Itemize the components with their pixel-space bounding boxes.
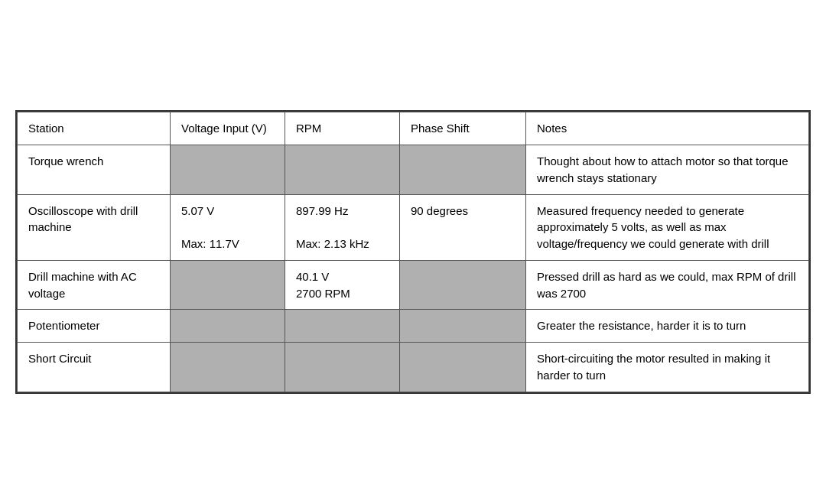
cell-voltage: 5.07 VMax: 11.7V (171, 194, 285, 260)
header-rpm: RPM (285, 112, 400, 145)
cell-phase (400, 310, 526, 343)
table-row: Drill machine with AC voltage40.1 V2700 … (18, 260, 809, 310)
cell-voltage (171, 260, 285, 310)
cell-phase (400, 145, 526, 195)
cell-rpm: 40.1 V2700 RPM (285, 260, 400, 310)
cell-rpm: 897.99 HzMax: 2.13 kHz (285, 194, 400, 260)
cell-station: Potentiometer (18, 310, 171, 343)
cell-phase: 90 degrees (400, 194, 526, 260)
cell-rpm (285, 145, 400, 195)
table-header-row: Station Voltage Input (V) RPM Phase Shif… (18, 112, 809, 145)
header-voltage: Voltage Input (V) (171, 112, 285, 145)
cell-phase (400, 343, 526, 392)
cell-voltage (171, 145, 285, 195)
cell-station: Torque wrench (18, 145, 171, 195)
cell-notes: Short-circuiting the motor resulted in m… (526, 343, 809, 392)
cell-notes: Greater the resistance, harder it is to … (526, 310, 809, 343)
cell-notes: Thought about how to attach motor so tha… (526, 145, 809, 195)
table-row: PotentiometerGreater the resistance, har… (18, 310, 809, 343)
table-row: Oscilloscope with drill machine5.07 VMax… (18, 194, 809, 260)
cell-station: Oscilloscope with drill machine (18, 194, 171, 260)
header-station: Station (18, 112, 171, 145)
cell-notes: Pressed drill as hard as we could, max R… (526, 260, 809, 310)
cell-station: Drill machine with AC voltage (18, 260, 171, 310)
data-table: Station Voltage Input (V) RPM Phase Shif… (15, 110, 811, 393)
cell-voltage (171, 310, 285, 343)
cell-rpm (285, 343, 400, 392)
header-notes: Notes (526, 112, 809, 145)
table-row: Short CircuitShort-circuiting the motor … (18, 343, 809, 392)
cell-rpm (285, 310, 400, 343)
cell-station: Short Circuit (18, 343, 171, 392)
cell-notes: Measured frequency needed to generate ap… (526, 194, 809, 260)
header-phase: Phase Shift (400, 112, 526, 145)
table-row: Torque wrenchThought about how to attach… (18, 145, 809, 195)
cell-phase (400, 260, 526, 310)
cell-voltage (171, 343, 285, 392)
